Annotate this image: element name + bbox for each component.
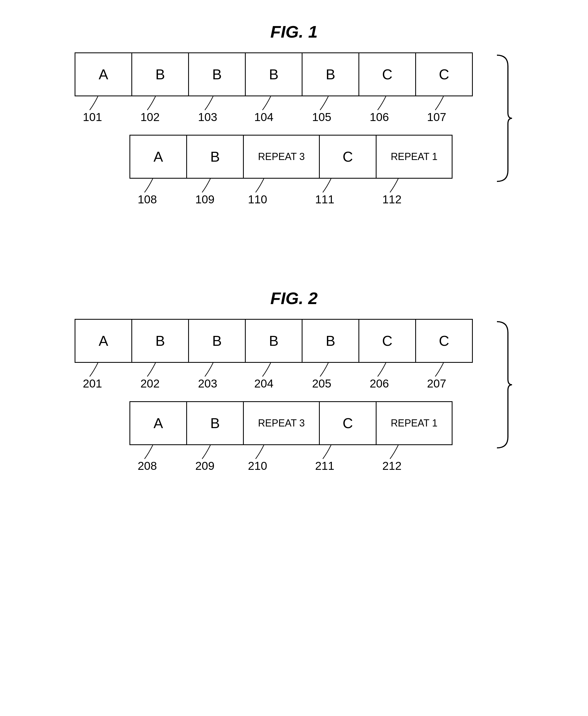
svg-text:201: 201	[83, 377, 102, 390]
fig2-cell-208: A	[129, 401, 187, 445]
svg-text:211: 211	[315, 459, 334, 472]
svg-text:104: 104	[254, 110, 273, 123]
svg-text:105: 105	[312, 110, 331, 123]
fig1-label-110: 110	[248, 179, 267, 206]
fig1-cell-101: A	[75, 53, 132, 96]
fig1-diagram: A B B B B C C	[75, 53, 513, 206]
fig1-cell-102: B	[131, 53, 189, 96]
fig2-cell-204: B	[245, 319, 302, 363]
svg-text:106: 106	[370, 110, 389, 123]
fig2-row1-labels-svg: 201 202 203 204	[75, 363, 483, 390]
fig1-label-108: 108	[138, 179, 157, 206]
fig1-row1: A B B B B C C	[75, 53, 483, 124]
fig1-label-107: 107	[427, 96, 446, 123]
fig1-cell-109: B	[186, 135, 244, 179]
fig2-label-205: 205	[312, 363, 331, 390]
fig2-label-209: 209	[195, 445, 214, 472]
fig1-cell-112: REPEAT 1	[376, 135, 453, 179]
fig1-cell-108: A	[129, 135, 187, 179]
svg-text:202: 202	[141, 377, 160, 390]
fig2-cell-210: REPEAT 3	[243, 401, 320, 445]
fig2-cell-212: REPEAT 1	[376, 401, 453, 445]
fig2-brace	[491, 319, 513, 451]
fig2-cell-211: C	[319, 401, 377, 445]
fig1-label-106: 106	[370, 96, 389, 123]
fig2-rows: A B B B B C C 201	[75, 319, 483, 473]
fig2-row1-cells: A B B B B C C	[75, 319, 473, 363]
fig1-title: FIG. 1	[270, 22, 318, 41]
fig2-label-208: 208	[138, 445, 157, 472]
fig1-row2-labels-svg: 108 109 110	[129, 179, 459, 206]
fig2-label-202: 202	[141, 363, 160, 390]
fig2-cell-206: C	[358, 319, 416, 363]
svg-text:107: 107	[427, 110, 446, 123]
svg-text:204: 204	[254, 377, 273, 390]
fig2-cell-205: B	[302, 319, 359, 363]
fig1-cell-107: C	[415, 53, 473, 96]
fig2-diagram: A B B B B C C 201	[75, 319, 513, 473]
svg-text:108: 108	[138, 193, 157, 206]
fig1-cell-110: REPEAT 3	[243, 135, 320, 179]
fig2-cell-203: B	[188, 319, 246, 363]
fig2-row1: A B B B B C C 201	[75, 319, 483, 390]
svg-text:207: 207	[427, 377, 446, 390]
fig2-title: FIG. 2	[270, 288, 318, 308]
fig1-rows: A B B B B C C	[75, 53, 483, 206]
fig2-label-206: 206	[370, 363, 389, 390]
fig2-label-210: 210	[248, 445, 267, 472]
svg-text:103: 103	[198, 110, 217, 123]
fig1-row1-cells: A B B B B C C	[75, 53, 473, 96]
fig2-cell-207: C	[415, 319, 473, 363]
svg-text:102: 102	[141, 110, 160, 123]
svg-text:205: 205	[312, 377, 331, 390]
fig2-section: FIG. 2 A B B B B C C	[0, 288, 588, 473]
fig2-label-207: 207	[427, 363, 446, 390]
page: FIG. 1 A B B B B C C	[0, 0, 588, 716]
fig2-brace-svg	[491, 319, 513, 451]
fig1-label-101: 101	[83, 96, 102, 123]
fig2-label-201: 201	[83, 363, 102, 390]
fig2-label-203: 203	[198, 363, 217, 390]
fig1-label-109: 109	[195, 179, 214, 206]
fig2-cell-202: B	[131, 319, 189, 363]
svg-text:212: 212	[382, 459, 401, 472]
fig1-row2-cells: A B REPEAT 3 C REPEAT 1	[129, 135, 453, 179]
fig1-brace	[491, 53, 513, 184]
svg-text:210: 210	[248, 459, 267, 472]
fig2-row2: A B REPEAT 3 C REPEAT 1 208 209	[129, 401, 483, 473]
fig2-cell-209: B	[186, 401, 244, 445]
fig1-cell-104: B	[245, 53, 302, 96]
svg-text:110: 110	[248, 193, 267, 206]
fig1-section: FIG. 1 A B B B B C C	[0, 0, 588, 206]
fig2-label-211: 211	[315, 445, 334, 472]
fig2-label-212: 212	[382, 445, 401, 472]
fig1-cell-105: B	[302, 53, 359, 96]
fig1-label-103: 103	[198, 96, 217, 123]
fig1-label-105: 105	[312, 96, 331, 123]
fig1-label-111: 111	[315, 179, 334, 206]
svg-text:109: 109	[195, 193, 214, 206]
fig2-row2-cells: A B REPEAT 3 C REPEAT 1	[129, 401, 453, 445]
fig2-label-204: 204	[254, 363, 273, 390]
svg-text:206: 206	[370, 377, 389, 390]
fig2-cell-201: A	[75, 319, 132, 363]
fig1-cell-103: B	[188, 53, 246, 96]
fig1-label-104: 104	[254, 96, 273, 123]
svg-text:209: 209	[195, 459, 214, 472]
fig1-cell-111: C	[319, 135, 377, 179]
fig2-row2-labels-svg: 208 209 210 211	[129, 445, 459, 473]
fig1-brace-svg	[491, 53, 513, 184]
svg-text:203: 203	[198, 377, 217, 390]
svg-text:112: 112	[382, 193, 401, 206]
svg-text:208: 208	[138, 459, 157, 472]
fig1-label-112: 112	[382, 179, 401, 206]
fig1-cell-106: C	[358, 53, 416, 96]
fig1-row2: A B REPEAT 3 C REPEAT 1 108	[129, 135, 483, 206]
svg-text:101: 101	[83, 110, 102, 123]
svg-text:111: 111	[315, 193, 334, 206]
fig1-row1-labels-svg: 101 102 103 104	[75, 96, 483, 124]
fig1-label-102: 102	[141, 96, 160, 123]
